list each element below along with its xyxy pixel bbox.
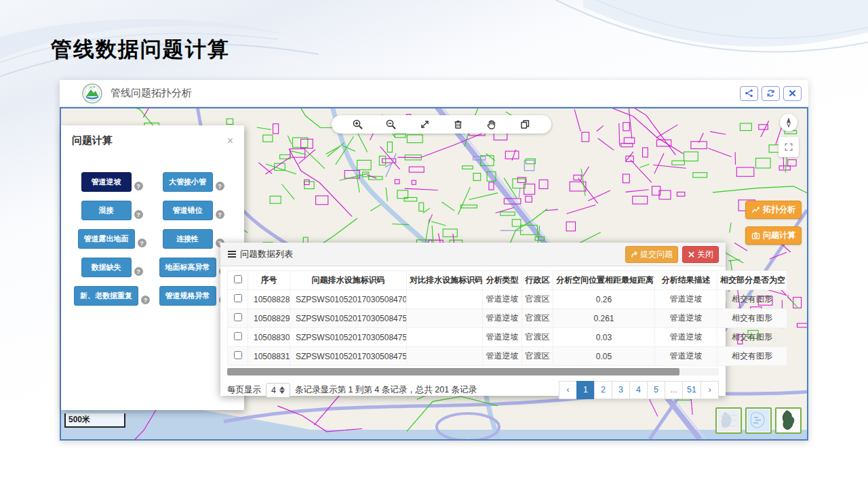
table-panel-header: 问题数据列表 提交问题 关闭: [220, 243, 726, 266]
pagination-page[interactable]: 2: [594, 381, 612, 399]
table-cell: 官渡区: [522, 290, 553, 309]
problem-type-button[interactable]: 新、老数据重复: [74, 286, 138, 306]
column-header: 序号: [248, 271, 290, 290]
column-header: 对比排水设施标识码: [407, 271, 483, 290]
table-cell: 管道逆坡: [483, 309, 522, 328]
table-panel-title: 问题数据列表: [240, 248, 293, 260]
close-icon: [788, 89, 797, 98]
problem-calc-panel: 问题计算 × 管道逆坡?大管接小管?混接?管道错位?管道露出地面?连接性?数据缺…: [61, 125, 244, 410]
problem-button-cell: 数据缺失?: [73, 258, 151, 277]
refresh-button[interactable]: [762, 86, 780, 101]
copy-icon[interactable]: [519, 119, 531, 130]
trash-icon[interactable]: [452, 119, 464, 130]
basemap-thumb-blue[interactable]: [745, 407, 772, 434]
table-row[interactable]: 10508830SZPSWS010520170305084756管道逆坡官渡区0…: [228, 328, 787, 347]
basemap-thumb-light[interactable]: [715, 407, 742, 434]
table-cell: 官渡区: [522, 328, 553, 347]
pagination-nav[interactable]: ‹: [559, 381, 577, 399]
problem-type-button[interactable]: 管道逆坡: [81, 172, 132, 192]
table-row[interactable]: 10508829SZPSWS010520170305084755管道逆坡官渡区0…: [228, 309, 787, 328]
share-button[interactable]: [740, 86, 758, 101]
help-icon[interactable]: ?: [138, 239, 146, 247]
basemap-thumb-region[interactable]: [775, 407, 802, 434]
column-header: 分析结果描述: [655, 271, 717, 290]
submit-problem-button[interactable]: 提交问题: [625, 246, 678, 263]
row-checkbox[interactable]: [234, 294, 242, 302]
fullscreen-icon[interactable]: [778, 137, 799, 157]
row-checkbox-cell: [228, 309, 248, 328]
zoom-out-icon[interactable]: [385, 119, 397, 130]
help-icon[interactable]: ?: [216, 182, 224, 190]
table-cell: 10508828: [248, 290, 290, 309]
problem-type-button[interactable]: 大管接小管: [163, 172, 213, 192]
table-cell: 相交有图形: [717, 328, 787, 347]
column-header: 分析空间位置相距最短距离: [553, 271, 655, 290]
problem-type-button[interactable]: 管道露出地面: [78, 229, 135, 249]
select-all-checkbox[interactable]: [234, 275, 242, 283]
help-icon[interactable]: ?: [134, 267, 143, 276]
problem-panel-title: 问题计算: [72, 134, 113, 147]
help-icon[interactable]: ?: [216, 210, 224, 219]
problem-data-panel: 问题数据列表 提交问题 关闭: [220, 243, 726, 396]
pagination-page[interactable]: 5: [647, 381, 665, 399]
map-toolbar: [332, 115, 551, 134]
help-icon[interactable]: ?: [134, 210, 143, 219]
zoom-in-icon[interactable]: [352, 119, 363, 130]
caret-updown-icon: [279, 386, 285, 394]
problem-button-cell: 新、老数据重复?: [73, 286, 151, 306]
table-cell: SZPSWS010520170305084758: [290, 347, 407, 366]
row-checkbox[interactable]: [234, 332, 242, 340]
row-checkbox[interactable]: [234, 313, 242, 321]
problem-type-button[interactable]: 管道错位: [163, 201, 213, 220]
pagination: ‹12345...51›: [559, 381, 719, 399]
table-cell: 管道逆坡: [483, 290, 522, 309]
pagination-nav[interactable]: ›: [701, 381, 719, 399]
problem-type-button[interactable]: 连接性: [163, 229, 213, 249]
table-cell: 管道逆坡: [483, 328, 522, 347]
table-close-button[interactable]: 关闭: [682, 246, 719, 263]
topology-analysis-label: 拓扑分析: [763, 204, 795, 216]
problem-type-button[interactable]: 数据缺失: [81, 258, 132, 277]
table-cell: 管道逆坡: [483, 347, 522, 366]
refresh-icon: [766, 89, 775, 98]
table-cell: SZPSWS010520170305084707: [290, 290, 407, 309]
scrollbar-thumb[interactable]: [227, 368, 679, 375]
page-size-selector[interactable]: 4: [266, 383, 290, 398]
column-header: 分析类型: [483, 271, 522, 290]
expand-icon[interactable]: [419, 119, 431, 130]
help-icon[interactable]: ?: [134, 182, 143, 190]
topology-analysis-button[interactable]: 拓扑分析: [745, 201, 802, 219]
help-icon[interactable]: ?: [141, 296, 150, 304]
pagination-page[interactable]: 51: [682, 381, 701, 399]
pagination-page[interactable]: 3: [612, 381, 630, 399]
camera-icon: [751, 231, 760, 240]
table-cell: 10508831: [248, 347, 290, 366]
page-size-value: 4: [271, 386, 276, 395]
problem-type-button[interactable]: 地面标高异常: [159, 258, 216, 277]
window-close-button[interactable]: [783, 86, 802, 101]
horizontal-scrollbar: [227, 368, 719, 375]
submit-problem-label: 提交问题: [640, 249, 673, 260]
problem-type-button[interactable]: 混接: [81, 201, 132, 220]
window-controls: [740, 86, 802, 101]
table-cell: 0.05: [553, 347, 655, 366]
menu-icon[interactable]: [227, 249, 237, 259]
panel-close-icon[interactable]: ×: [227, 136, 233, 146]
table-cell: 0.03: [553, 328, 655, 347]
pagination-page[interactable]: 1: [576, 381, 595, 399]
row-checkbox[interactable]: [234, 351, 242, 359]
table-panel-actions: 提交问题 关闭: [625, 246, 719, 263]
table-cell: 管道逆坡: [655, 309, 717, 328]
column-header: 相交部分是否为空: [717, 271, 787, 290]
table-cell: 10508830: [248, 328, 290, 347]
problem-type-button[interactable]: 管道规格异常: [159, 286, 216, 306]
table-row[interactable]: 10508831SZPSWS010520170305084758管道逆坡官渡区0…: [228, 347, 787, 366]
pan-hand-icon[interactable]: [486, 119, 497, 130]
table-cell: 官渡区: [522, 347, 553, 366]
table-cell: SZPSWS010520170305084756: [290, 328, 407, 347]
problem-calc-button[interactable]: 问题计算: [745, 226, 802, 245]
compass-icon[interactable]: [780, 114, 797, 131]
problem-button-cell: 管道露出地面?: [73, 229, 151, 249]
pagination-page[interactable]: 4: [629, 381, 648, 399]
table-row[interactable]: 10508828SZPSWS010520170305084707管道逆坡官渡区0…: [228, 290, 787, 309]
